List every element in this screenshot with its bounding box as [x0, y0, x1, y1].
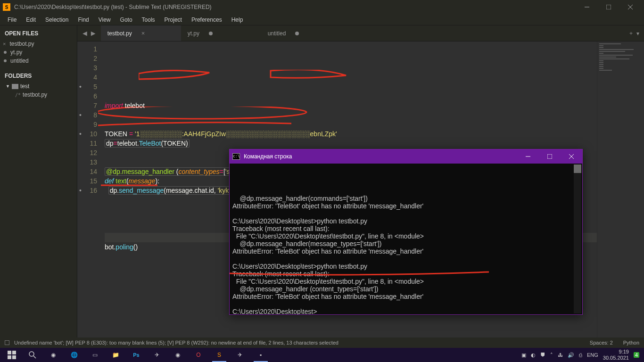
taskbar-app-2[interactable]: ✈ [230, 348, 250, 362]
tray-icon[interactable]: ⛊ [540, 352, 545, 358]
openfile-yt[interactable]: yt.py [0, 48, 77, 57]
dirty-dot-icon [209, 32, 213, 35]
cmd-maximize-button[interactable] [539, 149, 561, 164]
svg-rect-7 [547, 154, 552, 159]
svg-point-14 [29, 352, 34, 356]
tab-history-nav[interactable]: ◄► [77, 25, 101, 41]
menu-project[interactable]: Project [160, 15, 187, 25]
taskbar-sublime[interactable]: S [209, 348, 229, 362]
folder-test[interactable]: ▼test [0, 82, 77, 90]
cmd-output[interactable]: @dp.message_handler(commands=['start'])A… [230, 164, 582, 314]
system-tray[interactable]: ▣ ◐ ⛊ ˄ 🖧 🔊 ⎙ ENG 9:1930.05.2021 4 [519, 349, 642, 361]
status-message: Undefined name 'bot'; [W] PEP 8 (E303): … [14, 340, 339, 346]
menu-find[interactable]: Find [73, 15, 93, 25]
maximize-button[interactable] [598, 0, 619, 14]
tray-icon[interactable]: ◐ [531, 352, 536, 358]
taskbar-cmd[interactable]: ▪ [251, 348, 271, 362]
menu-tools[interactable]: Tools [137, 15, 160, 25]
tray-clock[interactable]: 9:1930.05.2021 [603, 349, 629, 361]
search-button[interactable] [23, 348, 42, 362]
tray-icon[interactable]: ▣ [521, 352, 526, 358]
tray-notifications[interactable]: 4 [634, 352, 639, 358]
statusbar: Undefined name 'bot'; [W] PEP 8 (E303): … [0, 337, 644, 348]
status-spaces[interactable]: Spaces: 2 [590, 340, 613, 346]
window-titlebar: S C:\Users\2020\Desktop\test\testbot.py … [0, 0, 644, 14]
menu-view[interactable]: View [94, 15, 116, 25]
sidebar: OPEN FILES ×testbot.py yt.py untitled FO… [0, 25, 77, 337]
nav-fwd-icon: ► [90, 29, 97, 38]
window-title: C:\Users\2020\Desktop\test\testbot.py (t… [14, 4, 576, 10]
menu-edit[interactable]: Edit [21, 15, 41, 25]
svg-rect-11 [12, 351, 16, 354]
tab-untitled[interactable]: untitled [261, 25, 341, 41]
line-gutter: 12345678910111213141516 [77, 41, 101, 337]
cmd-titlebar[interactable]: c:\ Командная строка [230, 149, 582, 164]
taskbar-steam[interactable]: ◉ [43, 348, 63, 362]
tray-icon[interactable]: ⎙ [579, 352, 582, 358]
cmd-window[interactable]: c:\ Командная строка @dp.message_handler… [229, 149, 583, 315]
app-icon: S [3, 3, 10, 11]
minimize-button[interactable] [576, 0, 598, 14]
start-button[interactable] [2, 348, 22, 362]
close-icon[interactable]: × [141, 30, 145, 37]
minimap[interactable] [597, 41, 644, 337]
tab-yt[interactable]: yt.py [181, 25, 261, 41]
menu-selection[interactable]: Selection [41, 15, 73, 25]
svg-rect-10 [8, 351, 11, 354]
tray-network-icon[interactable]: 🖧 [558, 352, 563, 358]
status-lang[interactable]: Python [623, 340, 639, 346]
taskbar-photoshop[interactable]: Ps [126, 348, 146, 362]
taskbar-explorer[interactable]: 📁 [106, 348, 125, 362]
taskbar-chrome[interactable]: ◉ [168, 348, 188, 362]
menu-preferences[interactable]: Preferences [187, 15, 227, 25]
new-tab-button[interactable]: + [629, 30, 633, 37]
tab-menu-button[interactable]: ▾ [636, 30, 639, 37]
taskbar: ◉ 🌐 ▭ 📁 Ps ✈ ◉ O S ✈ ▪ ▣ ◐ ⛊ ˄ 🖧 🔊 ⎙ ENG… [0, 348, 644, 362]
svg-line-15 [33, 356, 36, 358]
cmd-close-button[interactable] [561, 149, 582, 164]
cmd-icon: c:\ [232, 153, 240, 160]
menu-goto[interactable]: Goto [116, 15, 137, 25]
svg-rect-13 [12, 355, 16, 359]
menu-file[interactable]: File [3, 15, 21, 25]
file-testbot[interactable]: testbot.py [0, 90, 77, 99]
svg-rect-1 [606, 5, 611, 9]
cmd-title: Командная строка [244, 153, 292, 160]
cmd-minimize-button[interactable] [517, 149, 539, 164]
openfile-testbot[interactable]: ×testbot.py [0, 40, 77, 48]
close-button[interactable] [619, 0, 641, 14]
dirty-dot-icon [295, 32, 299, 35]
taskbar-telegram[interactable]: ✈ [147, 348, 167, 362]
folders-heading: FOLDERS [0, 71, 77, 82]
taskbar-opera[interactable]: O [189, 348, 208, 362]
tray-volume-icon[interactable]: 🔊 [568, 352, 574, 358]
status-square-icon[interactable] [5, 340, 9, 345]
tray-lang[interactable]: ENG [587, 352, 598, 358]
menu-help[interactable]: Help [227, 15, 248, 25]
taskbar-app-1[interactable]: 🌐 [64, 348, 84, 362]
tabbar: ◄► testbot.py× yt.py untitled + ▾ [77, 25, 644, 41]
taskbar-taskview[interactable]: ▭ [85, 348, 105, 362]
svg-rect-12 [8, 355, 11, 359]
openfile-untitled[interactable]: untitled [0, 57, 77, 65]
tab-testbot[interactable]: testbot.py× [101, 25, 181, 41]
nav-back-icon: ◄ [81, 29, 89, 38]
menubar: File Edit Selection Find View Goto Tools… [0, 14, 644, 25]
cmd-scrollbar[interactable] [574, 165, 581, 313]
tray-chevron-up-icon[interactable]: ˄ [550, 352, 553, 358]
open-files-heading: OPEN FILES [0, 28, 77, 40]
